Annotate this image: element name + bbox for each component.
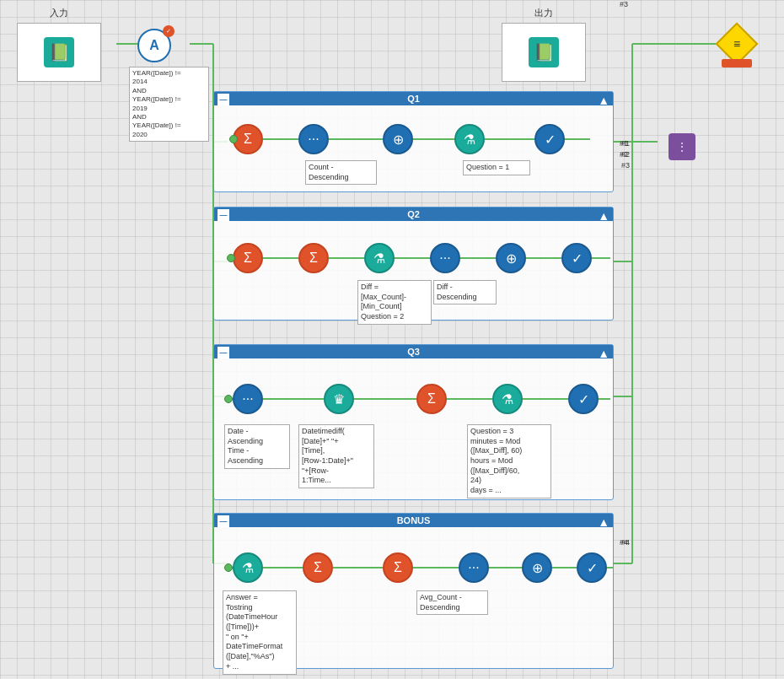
- bonus-check[interactable]: ✓: [577, 552, 607, 583]
- bonus-anno2: Avg_Count -Descending: [416, 590, 488, 615]
- bonus-collapse[interactable]: —: [217, 515, 229, 527]
- filter-node[interactable]: A ✓: [137, 29, 171, 62]
- q1-label: Q1: [407, 94, 420, 104]
- q3-anno1: Date -AscendingTime -Ascending: [224, 424, 290, 469]
- q1-conn-in: [229, 135, 238, 143]
- bonus-formula1[interactable]: ⚗: [233, 552, 263, 583]
- input-book-icon: 📗: [44, 37, 74, 67]
- q2-l1: [263, 257, 298, 259]
- filter-annotation: YEAR([Date]) !=2014ANDYEAR([Date]) !=201…: [129, 67, 209, 142]
- output-book-icon: 📗: [529, 37, 559, 67]
- input-section: 入力 📗: [17, 7, 101, 82]
- q3-formula[interactable]: ⚗: [492, 384, 523, 414]
- bonus-conn-in: [224, 563, 233, 572]
- q3-l3: [447, 398, 492, 400]
- bonus-l3: [413, 567, 459, 569]
- q2-summarize1[interactable]: Σ: [233, 243, 263, 273]
- q2-header: — Q2 ▲: [214, 207, 613, 221]
- q3-l4: [523, 398, 568, 400]
- q2-l2: [329, 257, 364, 259]
- q2-move[interactable]: ⊕: [496, 243, 526, 273]
- q3-collapse[interactable]: —: [217, 347, 229, 358]
- q3-check[interactable]: ✓: [568, 384, 599, 414]
- q3-panel: — Q3 ▲ ··· ♛ Σ ⚗ ✓ Date -AscendingTime -…: [213, 344, 614, 500]
- purple-multi-output[interactable]: ⋮: [669, 133, 695, 160]
- q3-anno3: Question = 3minutes = Mod([Max_Diff], 60…: [467, 424, 551, 498]
- q1-line3: [413, 138, 454, 140]
- q2-summarize2[interactable]: Σ: [298, 243, 329, 273]
- tag-right-1: #1: [621, 139, 630, 148]
- q3-content: ··· ♛ Σ ⚗ ✓ Date -AscendingTime -Ascendi…: [214, 358, 613, 498]
- q3-l2: [354, 398, 416, 400]
- bonus-summarize2[interactable]: Σ: [383, 552, 413, 583]
- q3-l1: [263, 398, 324, 400]
- bonus-summarize1[interactable]: Σ: [303, 552, 333, 583]
- bonus-l2: [333, 567, 383, 569]
- q1-move[interactable]: ⊕: [383, 124, 413, 154]
- q1-check[interactable]: ✓: [534, 124, 565, 154]
- q2-check[interactable]: ✓: [561, 243, 592, 273]
- q1-content: Σ ··· ⊕ ⚗ ✓ Count -Descending Question =…: [214, 105, 613, 190]
- bonus-browse[interactable]: ···: [459, 552, 489, 583]
- q2-conn-in: [227, 254, 235, 262]
- q2-panel: — Q2 ▲ Σ Σ ⚗ ··· ⊕ ✓ Diff =[Max_Count]-[…: [213, 207, 614, 321]
- q2-browse[interactable]: ···: [430, 243, 460, 273]
- bonus-l5: [552, 567, 577, 569]
- q1-anno2: Question = 1: [463, 160, 530, 175]
- tag-right-2: #2: [621, 150, 630, 159]
- q2-l5: [526, 257, 561, 259]
- error-bar: [722, 59, 752, 67]
- q2-l6: [592, 257, 610, 259]
- q2-content: Σ Σ ⚗ ··· ⊕ ✓ Diff =[Max_Count]-[Min_Cou…: [214, 221, 613, 318]
- q3-browse[interactable]: ···: [233, 384, 263, 414]
- input-box: 📗: [17, 23, 101, 82]
- bonus-panel: — BONUS ▲ ⚗ Σ Σ ··· ⊕ ✓ Answer =Tostring…: [213, 513, 614, 669]
- q3-label: Q3: [407, 347, 420, 357]
- output-label: 出力: [502, 7, 586, 19]
- bonus-label: BONUS: [397, 515, 431, 525]
- q1-line2: [329, 138, 383, 140]
- q3-header: — Q3 ▲: [214, 345, 613, 358]
- q1-line5: [565, 138, 590, 140]
- output-section: 出力 📗: [502, 7, 586, 82]
- q3-conn-in: [224, 395, 233, 403]
- q3-anno2: Datetimediff([Date]+" "+[Time],[Row-1:Da…: [298, 424, 374, 488]
- output-box: 📗: [502, 23, 586, 82]
- q2-anno1: Diff =[Max_Count]-[Min_Count]Question = …: [357, 280, 432, 325]
- q3-summarize[interactable]: Σ: [416, 384, 447, 414]
- q2-l3: [395, 257, 430, 259]
- q2-l4: [460, 257, 496, 259]
- q1-header: — Q1 ▲: [214, 92, 613, 105]
- q1-line4: [485, 138, 534, 140]
- q2-collapse[interactable]: —: [217, 209, 229, 221]
- bonus-header: — BONUS ▲: [214, 514, 613, 527]
- q1-browse[interactable]: ···: [298, 124, 329, 154]
- bonus-l6: [607, 567, 614, 569]
- q1-anno1: Count -Descending: [305, 160, 377, 185]
- bonus-move[interactable]: ⊕: [522, 552, 552, 583]
- q1-collapse[interactable]: —: [217, 94, 229, 105]
- q1-panel: — Q1 ▲ Σ ··· ⊕ ⚗ ✓ Count -Descendi: [213, 91, 614, 192]
- q1-formula[interactable]: ⚗: [454, 124, 485, 154]
- q2-label: Q2: [407, 209, 420, 219]
- tag-right-4: #4: [621, 538, 630, 547]
- workflow-canvas: 入力 📗 出力 📗 A ✓ YEAR([Date]) !=2014ANDYEAR…: [0, 0, 784, 679]
- q2-formula[interactable]: ⚗: [364, 243, 395, 273]
- q2-anno2: Diff -Descending: [433, 280, 497, 304]
- bonus-anno1: Answer =Tostring(DateTimeHour([Time]))+"…: [223, 590, 297, 675]
- bonus-l4: [489, 567, 522, 569]
- tag-3: #3: [620, 0, 628, 8]
- bonus-l1: [263, 567, 303, 569]
- filter-container: A ✓ YEAR([Date]) !=2014ANDYEAR([Date]) !…: [137, 29, 171, 62]
- tag-right-3: #3: [621, 161, 630, 170]
- bonus-content: ⚗ Σ Σ ··· ⊕ ✓ Answer =Tostring(DateTimeH…: [214, 527, 613, 666]
- q3-crown[interactable]: ♛: [324, 384, 354, 414]
- q1-line1: [263, 138, 298, 140]
- input-label: 入力: [17, 7, 101, 19]
- q3-l5: [599, 398, 610, 400]
